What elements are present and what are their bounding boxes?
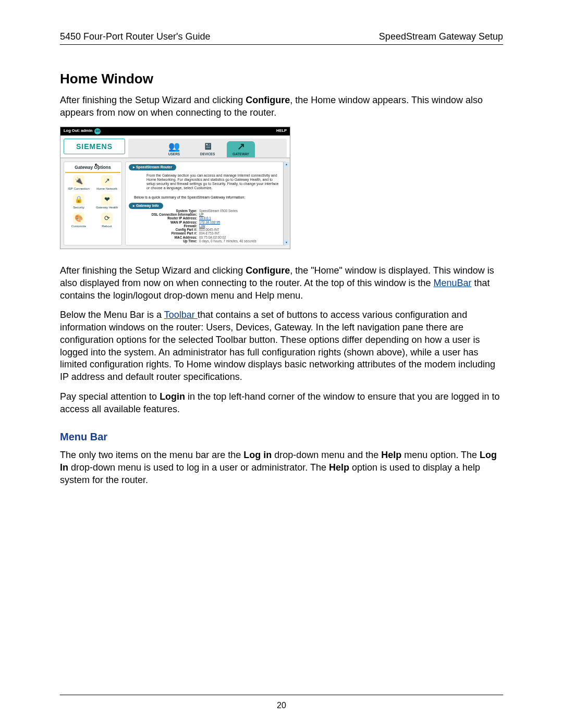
router-menubar: Log Out: admin GO HELP (60, 127, 290, 135)
info-value[interactable]: 10.0.0.1 (199, 216, 283, 220)
router-header: SIEMENS 👥USERS🖥DEVICES↗GATEWAY (60, 135, 290, 158)
isp-connection-icon: 🔌 (73, 175, 84, 187)
main-panel: ▸ SpeedStream Router From the Gateway se… (125, 162, 287, 245)
sidebar: Gateway Options ↖ 🔌ISP Connection↗Home N… (64, 162, 122, 245)
tab-label: DEVICES (200, 152, 215, 156)
gateway-description: From the Gateway section you can access … (129, 172, 283, 192)
info-key: Router IP Address: (139, 216, 199, 220)
sidebar-item-label: ISP Connection (68, 187, 90, 191)
p3-t2: that contains a set of buttons to access… (60, 310, 495, 382)
home-network-icon: ↗ (101, 175, 113, 187)
scroll-up-icon[interactable]: ▴ (284, 162, 289, 167)
info-key: System Type: (139, 209, 199, 213)
intro-text: After finishing the Setup Wizard and cli… (60, 95, 246, 105)
scrollbar[interactable]: ▴ ▾ (283, 162, 289, 245)
summary-lead: Below is a quick summary of the SpeedStr… (129, 192, 283, 201)
sidebar-item-label: Gateway Health (96, 206, 118, 209)
info-key: WAN IP Address: (139, 220, 199, 224)
info-value[interactable]: Low (199, 224, 283, 228)
toolbar-link[interactable]: Toolbar (164, 310, 198, 320)
p5-t1: The only two items on the menu bar are t… (60, 450, 243, 460)
menubar-link[interactable]: MenuBar (433, 278, 471, 288)
scroll-down-icon[interactable]: ▾ (284, 240, 289, 245)
sidebar-grid: 🔌ISP Connection↗Home Network🔒Security❤Ga… (65, 175, 120, 228)
tab-gateway[interactable]: ↗GATEWAY (227, 141, 255, 157)
paragraph-4: Pay special attention to Login in the to… (60, 391, 503, 416)
info-value[interactable]: UP (199, 213, 283, 216)
p3-t1: Below the Menu Bar is a (60, 310, 164, 320)
info-key: Up Time: (139, 239, 199, 243)
tab-devices[interactable]: 🖥DEVICES (193, 141, 222, 157)
header-rule (60, 44, 503, 45)
sidebar-title: Gateway Options ↖ (65, 164, 120, 174)
section-title: Home Window (60, 71, 503, 87)
info-value: 004-E753-INT (199, 231, 283, 235)
document-page: 5450 Four-Port Router User's Guide Speed… (0, 0, 563, 728)
p5-t3: menu option. The (401, 450, 480, 460)
sidebar-item-label: Reboot (102, 225, 112, 228)
tab-users[interactable]: 👥USERS (160, 141, 188, 157)
p5-t2: drop-down menu and the (272, 450, 381, 460)
paragraph-2: After finishing the Setup Wizard and cli… (60, 265, 503, 302)
sidebar-item-reboot[interactable]: ⟳Reboot (93, 213, 120, 228)
sidebar-item-security[interactable]: 🔒Security (65, 194, 92, 209)
sidebar-item-customize[interactable]: 🎨Customize (65, 213, 92, 228)
page-number: 20 (0, 701, 563, 710)
sidebar-item-isp-connection[interactable]: 🔌ISP Connection (65, 175, 92, 191)
sidebar-item-label: Security (73, 206, 84, 209)
help-menu[interactable]: HELP (276, 129, 287, 133)
router-pill[interactable]: ▸ SpeedStream Router (129, 164, 176, 170)
info-key: DSL Connection Information: (139, 213, 199, 216)
intro-bold: Configure (246, 95, 290, 105)
sidebar-title-text: Gateway Options (75, 165, 111, 170)
p4-t1: Pay special attention to (60, 391, 160, 402)
toolbar-tabs: 👥USERS🖥DEVICES↗GATEWAY (128, 139, 287, 157)
gateway-health-icon: ❤ (101, 194, 113, 205)
gateway-info-pill[interactable]: ▸ Gateway Info (129, 203, 163, 209)
p4-b1: Login (160, 391, 185, 402)
p2-b1: Configure (246, 265, 290, 276)
reboot-icon: ⟳ (101, 213, 113, 224)
users-icon: 👥 (168, 141, 180, 152)
header-left: 5450 Four-Port Router User's Guide (60, 31, 211, 42)
p2-t1: After finishing the Setup Wizard and cli… (60, 265, 246, 276)
siemens-logo: SIEMENS (64, 139, 125, 154)
paragraph-5: The only two items on the menu bar are t… (60, 449, 503, 486)
p5-b1: Log in (243, 450, 272, 460)
sidebar-item-gateway-health[interactable]: ❤Gateway Health (93, 194, 120, 209)
tab-label: GATEWAY (232, 152, 249, 156)
page-header: 5450 Four-Port Router User's Guide Speed… (60, 31, 503, 44)
tab-label: USERS (168, 152, 180, 156)
router-body: Gateway Options ↖ 🔌ISP Connection↗Home N… (60, 158, 290, 249)
p5-b2: Help (381, 450, 401, 460)
sidebar-item-label: Home Network (96, 187, 117, 191)
info-key: Firewall: (139, 224, 199, 228)
info-key: Config Part #: (139, 228, 199, 231)
router-screenshot: Log Out: admin GO HELP SIEMENS 👥USERS🖥DE… (60, 127, 290, 250)
p5-b4: Help (329, 462, 349, 473)
customize-icon: 🎨 (73, 213, 84, 224)
info-value: 0 days, 0 hours, 7 minutes, 40 seconds (199, 239, 283, 243)
gateway-icon: ↗ (237, 141, 245, 152)
intro-paragraph: After finishing the Setup Wizard and cli… (60, 94, 503, 119)
p5-t4: drop-down menu is used to log in a user … (68, 462, 329, 473)
security-icon: 🔒 (73, 194, 84, 205)
logout-dropdown[interactable]: Log Out: admin (64, 129, 92, 133)
info-value: SpeedStream 6500 Series (199, 209, 283, 213)
subsection-title: Menu Bar (60, 431, 503, 443)
gateway-info-table: System Type:SpeedStream 6500 SeriesDSL C… (129, 209, 283, 243)
paragraph-3: Below the Menu Bar is a Toolbar that con… (60, 309, 503, 384)
info-value[interactable]: 172.16.102.95 (199, 220, 283, 224)
info-key: MAC Address: (139, 236, 199, 239)
header-right: SpeedStream Gateway Setup (379, 31, 503, 42)
info-value: 00:75:0A:02:00:02 (199, 236, 283, 239)
sidebar-item-home-network[interactable]: ↗Home Network (93, 175, 120, 191)
info-key: Firmware Part #: (139, 231, 199, 235)
devices-icon: 🖥 (203, 141, 212, 152)
footer-rule (60, 695, 503, 695)
go-button[interactable]: GO (94, 128, 101, 134)
sidebar-item-label: Customize (71, 225, 86, 228)
info-value: 003-0045-INT (199, 228, 283, 231)
